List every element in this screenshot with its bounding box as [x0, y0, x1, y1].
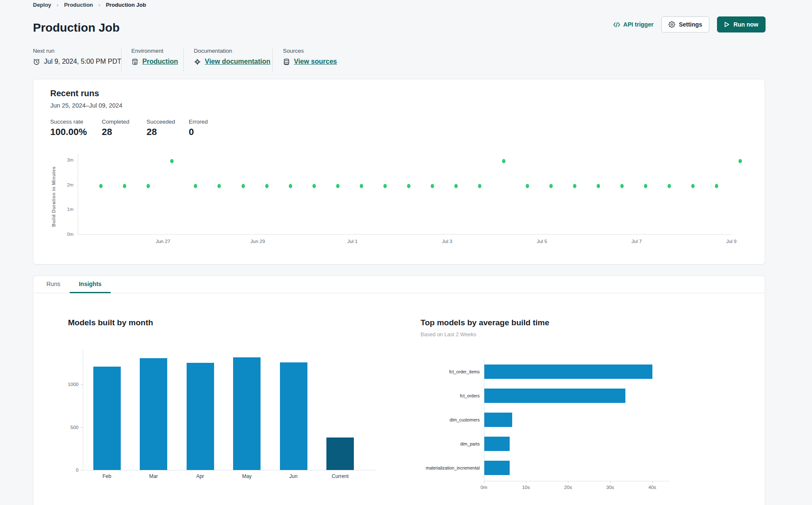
meta-divider: [272, 49, 273, 71]
breadcrumb: Deploy›Production›Production Job: [33, 2, 146, 8]
insights-card: RunsInsights Models built by month050010…: [33, 275, 765, 505]
run-data-point[interactable]: [312, 184, 316, 188]
bar-y-tick-mark: [81, 384, 83, 385]
run-data-point[interactable]: [526, 184, 529, 188]
meta-link[interactable]: Production: [142, 58, 178, 65]
run-data-point[interactable]: [620, 184, 624, 188]
run-now-label: Run now: [733, 21, 758, 28]
tab-insights[interactable]: Insights: [70, 276, 111, 293]
header-actions: API trigger Settings Run now: [613, 16, 766, 32]
meta-section-sources: SourcesView sources: [283, 48, 337, 65]
hbar-category-label: fct_orders: [387, 393, 480, 398]
run-data-point[interactable]: [194, 184, 197, 188]
scatter-y-axis-line: [78, 154, 78, 235]
hbar-category-label: fct_order_items: [387, 369, 480, 374]
run-data-point[interactable]: [289, 184, 292, 188]
run-data-point[interactable]: [360, 184, 363, 188]
api-trigger-link[interactable]: API trigger: [613, 21, 654, 28]
settings-button[interactable]: Settings: [661, 16, 709, 32]
bar-y-tick-label: 500: [57, 425, 79, 430]
breadcrumb-item-production[interactable]: Production: [64, 2, 93, 8]
run-data-point[interactable]: [170, 159, 174, 163]
bar-category-label: May: [242, 473, 252, 479]
run-data-point[interactable]: [502, 159, 505, 163]
meta-section-next-run: Next runJul 9, 2024, 5:00 PM PDT: [33, 48, 121, 65]
code-icon: [613, 22, 620, 27]
breadcrumb-separator: ›: [98, 2, 100, 8]
chart-title: Models built by month: [68, 318, 153, 327]
run-data-point[interactable]: [123, 184, 126, 188]
run-data-point[interactable]: [597, 184, 600, 188]
bar-apr[interactable]: [187, 363, 214, 470]
scatter-x-tick-label: Jul 3: [442, 239, 452, 244]
breadcrumb-item-deploy[interactable]: Deploy: [33, 2, 51, 8]
meta-value: Jul 9, 2024, 5:00 PM PDT: [33, 58, 121, 65]
meta-text: Jul 9, 2024, 5:00 PM PDT: [44, 58, 121, 65]
breadcrumb-item-production-job: Production Job: [106, 2, 146, 8]
run-data-point[interactable]: [265, 184, 269, 188]
meta-value: Production: [131, 58, 178, 65]
hbar-category-label: materialization_incremental: [387, 465, 480, 470]
bar-mar[interactable]: [140, 358, 167, 470]
run-data-point[interactable]: [242, 184, 245, 188]
hbar-x-tick-mark: [652, 481, 653, 483]
hbar-fct_orders[interactable]: [484, 389, 625, 403]
bar-y-tick-mark: [81, 470, 83, 470]
run-data-point[interactable]: [217, 184, 221, 188]
run-data-point[interactable]: [336, 184, 339, 188]
bar-y-tick-label: 0: [57, 467, 79, 473]
run-data-point[interactable]: [715, 184, 718, 188]
bar-category-label: Current: [331, 473, 348, 479]
hbar-x-tick-mark: [610, 481, 611, 483]
run-data-point[interactable]: [407, 184, 410, 188]
api-trigger-label: API trigger: [623, 21, 654, 28]
run-data-point[interactable]: [478, 184, 481, 188]
meta-link[interactable]: View sources: [294, 58, 337, 65]
hbar-x-tick-mark: [526, 481, 527, 483]
bar-may[interactable]: [233, 357, 261, 470]
hbar-dim_parts[interactable]: [484, 437, 510, 451]
run-data-point[interactable]: [431, 184, 434, 188]
hbar-x-tick-mark: [568, 481, 568, 483]
run-data-point[interactable]: [147, 184, 150, 188]
hbar-fct_order_items[interactable]: [484, 365, 652, 379]
run-data-point[interactable]: [454, 184, 458, 188]
job-meta-row: Next runJul 9, 2024, 5:00 PM PDTEnvironm…: [33, 48, 765, 72]
run-data-point[interactable]: [691, 184, 695, 188]
scatter-y-axis-label: Build Duration in Minutes: [51, 166, 56, 227]
bar-jun[interactable]: [280, 362, 307, 470]
run-data-point[interactable]: [99, 184, 103, 188]
bar-feb[interactable]: [93, 367, 121, 470]
run-data-point[interactable]: [668, 184, 671, 188]
run-data-point[interactable]: [383, 184, 387, 188]
build-duration-chart: Build Duration in Minutes0m1m2m3mJun 27J…: [33, 79, 765, 264]
bar-current[interactable]: [326, 437, 354, 470]
dbt-icon: [194, 58, 201, 65]
scatter-x-tick-label: Jul 1: [348, 239, 358, 244]
scatter-y-tick-label: 3m: [48, 157, 73, 162]
recent-runs-card: Recent runs Jun 25, 2024–Jul 09, 2024 Su…: [33, 79, 765, 265]
hbar-x-axis-line: [484, 481, 669, 481]
hbar-dim_customers[interactable]: [484, 413, 512, 427]
run-now-button[interactable]: Run now: [717, 16, 766, 32]
bar-y-axis-line: [83, 349, 83, 470]
hbar-category-label: dim_customers: [387, 417, 480, 422]
database-icon: [283, 58, 290, 65]
meta-label: Sources: [283, 48, 337, 54]
meta-section-documentation: DocumentationView documentation: [194, 48, 270, 65]
run-data-point[interactable]: [573, 184, 576, 188]
tab-runs[interactable]: Runs: [37, 276, 70, 293]
gear-icon: [668, 21, 675, 28]
run-data-point[interactable]: [549, 184, 553, 188]
meta-link[interactable]: View documentation: [205, 58, 270, 65]
bar-y-tick-mark: [81, 427, 83, 428]
run-data-point[interactable]: [739, 159, 742, 163]
bar-y-tick-label: 1000: [57, 382, 79, 387]
hbar-x-tick-label: 40s: [649, 485, 657, 490]
hbar-materialization_incremental[interactable]: [484, 461, 510, 475]
breadcrumb-separator: ›: [57, 2, 58, 8]
meta-label: Environment: [131, 48, 178, 54]
scatter-y-tick-label: 1m: [48, 207, 73, 212]
run-data-point[interactable]: [644, 184, 647, 188]
clock-icon: [33, 58, 40, 65]
